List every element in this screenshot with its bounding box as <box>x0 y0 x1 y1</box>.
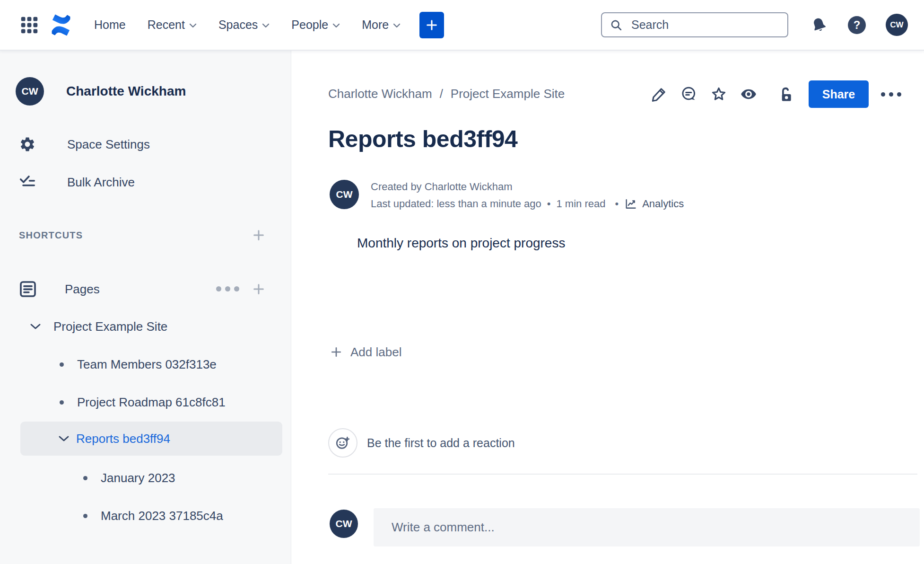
pages-more-menu[interactable] <box>216 286 239 291</box>
search-box <box>601 12 788 37</box>
breadcrumb-parent-link[interactable]: Project Example Site <box>451 87 565 101</box>
confluence-logo-icon[interactable] <box>49 13 73 37</box>
dot-separator: • <box>547 198 551 210</box>
favourite-button[interactable] <box>708 84 729 105</box>
plus-icon <box>425 18 438 32</box>
top-navigation-bar: Home Recent Spaces People More <box>0 0 924 51</box>
nav-item-spaces[interactable]: Spaces <box>218 18 270 32</box>
page-byline: CW Created by Charlotte Wickham Last upd… <box>330 180 684 211</box>
primary-nav-menu: Home Recent Spaces People More <box>94 18 401 32</box>
shortcuts-header-label: SHORTCUTS <box>19 230 83 241</box>
search-icon <box>610 18 623 32</box>
tree-item-label: January 2023 <box>101 471 175 485</box>
inline-comment-button[interactable] <box>679 84 699 105</box>
edit-button[interactable] <box>649 84 670 105</box>
notifications-button[interactable] <box>810 16 828 34</box>
comment-input[interactable] <box>374 508 920 546</box>
add-shortcut-button[interactable] <box>251 227 267 243</box>
analytics-chart-icon <box>624 197 637 211</box>
sidebar-item-label: Pages <box>65 282 100 297</box>
nav-item-people[interactable]: People <box>291 18 340 32</box>
tree-item-label: Project Roadmap 61c8fc81 <box>77 395 226 410</box>
analytics-label: Analytics <box>642 198 684 210</box>
sidebar-item-space-settings[interactable]: Space Settings <box>19 131 150 158</box>
chevron-down-icon <box>58 435 70 442</box>
nav-item-label: More <box>362 18 389 32</box>
add-reaction-button[interactable] <box>328 428 357 458</box>
bullet-icon <box>83 514 87 518</box>
chevron-down-icon <box>29 323 42 330</box>
bell-icon <box>810 16 828 34</box>
nav-item-more[interactable]: More <box>362 18 401 32</box>
tree-item-march-2023[interactable]: March 2023 37185c4a <box>83 501 223 531</box>
dot-separator: • <box>615 198 619 210</box>
space-profile[interactable]: CW Charlotte Wickham <box>16 77 186 106</box>
plus-icon <box>330 345 343 359</box>
comment-section: CW <box>330 508 920 546</box>
page-body-text: Monthly reports on project progress <box>357 236 565 251</box>
content-divider <box>328 474 917 475</box>
nav-item-label: Recent <box>148 18 185 32</box>
user-avatar[interactable]: CW <box>886 14 908 36</box>
chevron-down-icon <box>332 23 340 28</box>
bullet-icon <box>60 362 64 367</box>
breadcrumb-separator: / <box>440 87 443 101</box>
tree-item-label: Reports bed3ff94 <box>76 432 170 446</box>
bullet-icon <box>60 400 64 405</box>
page-title: Reports bed3ff94 <box>328 125 517 153</box>
sidebar-item-pages[interactable]: Pages <box>17 276 100 302</box>
question-mark-icon: ? <box>854 18 861 32</box>
commenter-avatar: CW <box>330 510 358 538</box>
avatar-initials: CW <box>336 189 353 200</box>
avatar-initials: CW <box>22 86 38 97</box>
chevron-down-icon <box>189 23 197 28</box>
help-button[interactable]: ? <box>848 16 866 34</box>
chevron-down-icon <box>262 23 270 28</box>
tree-item-team-members[interactable]: Team Members 032f313e <box>60 349 217 379</box>
smiley-add-reaction-icon <box>335 435 351 451</box>
read-time-text: 1 min read <box>557 198 606 210</box>
reactions-section: Be the first to add a reaction <box>328 428 515 458</box>
nav-item-home[interactable]: Home <box>94 18 126 32</box>
nav-item-label: Spaces <box>218 18 258 32</box>
gear-icon <box>19 136 36 153</box>
tree-item-reports-selected[interactable]: Reports bed3ff94 <box>20 422 282 456</box>
restrictions-button[interactable] <box>775 84 795 105</box>
chevron-down-icon <box>393 23 401 28</box>
eye-icon <box>740 85 758 103</box>
pencil-icon <box>651 86 668 103</box>
star-icon <box>710 86 727 103</box>
shortcuts-section-header: SHORTCUTS <box>19 222 83 248</box>
author-avatar[interactable]: CW <box>330 180 359 209</box>
comment-bubble-icon <box>680 86 697 103</box>
space-avatar: CW <box>16 77 44 106</box>
share-button-label: Share <box>822 88 855 101</box>
created-by-text: Created by Charlotte Wickham <box>371 181 513 193</box>
tree-item-project-example-site[interactable]: Project Example Site <box>29 311 167 342</box>
search-input[interactable] <box>601 12 788 37</box>
breadcrumb-space-link[interactable]: Charlotte Wickham <box>328 87 432 101</box>
more-actions-menu[interactable] <box>881 92 901 97</box>
nav-item-label: Home <box>94 18 126 32</box>
app-switcher-icon[interactable] <box>18 14 41 36</box>
watch-button[interactable] <box>738 84 759 105</box>
unlock-icon <box>776 85 794 103</box>
tree-item-project-roadmap[interactable]: Project Roadmap 61c8fc81 <box>60 387 226 417</box>
add-label-button[interactable]: Add label <box>330 342 401 362</box>
pages-document-icon <box>17 279 38 300</box>
last-updated-text[interactable]: Last updated: less than a minute ago <box>371 198 541 210</box>
tree-item-january-2023[interactable]: January 2023 <box>83 463 175 493</box>
share-button[interactable]: Share <box>809 80 869 108</box>
plus-icon <box>252 282 266 296</box>
sidebar-item-bulk-archive[interactable]: Bulk Archive <box>19 169 135 195</box>
tree-item-label: Team Members 032f313e <box>77 357 217 372</box>
avatar-initials: CW <box>890 20 903 30</box>
add-page-button[interactable] <box>251 281 267 297</box>
space-name: Charlotte Wickham <box>66 84 186 99</box>
sidebar-item-label: Space Settings <box>67 137 150 152</box>
analytics-link[interactable]: Analytics <box>624 197 684 211</box>
create-button[interactable] <box>419 12 444 38</box>
nav-item-recent[interactable]: Recent <box>148 18 197 32</box>
tree-item-label: March 2023 37185c4a <box>101 509 223 523</box>
bullet-icon <box>83 476 87 480</box>
